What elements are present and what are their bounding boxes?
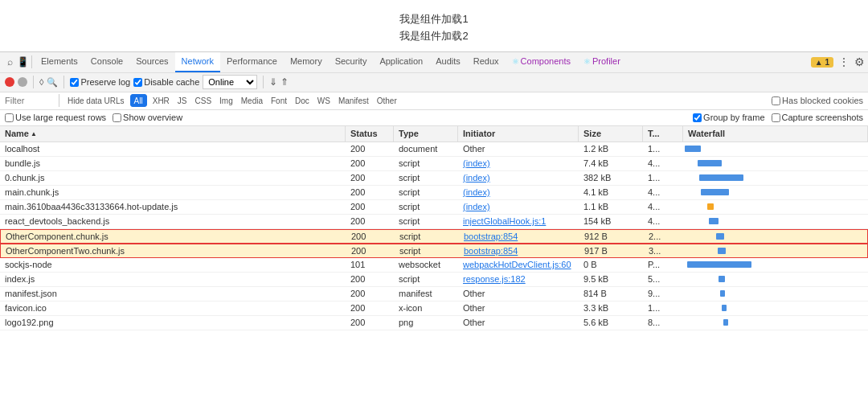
table-row[interactable]: react_devtools_backend.js200scriptinject… (0, 215, 868, 229)
cell-type: script (394, 172, 458, 183)
cell-size: 0 B (579, 259, 643, 270)
table-row[interactable]: OtherComponentTwo.chunk.js200scriptboots… (0, 244, 868, 258)
network-throttle-select[interactable]: Online Fast 3G Slow 3G Offline (203, 75, 257, 89)
cell-size: 7.4 kB (579, 158, 643, 169)
table-row[interactable]: index.js200scriptresponse.js:1829.5 kB5.… (0, 273, 868, 287)
cell-initiator[interactable]: (index) (458, 158, 579, 169)
cell-initiator: Other (458, 302, 579, 314)
tab-redux[interactable]: Redux (467, 51, 506, 72)
cell-initiator[interactable]: (index) (458, 201, 579, 212)
export-icon[interactable]: ⇑ (280, 76, 289, 88)
chip-js[interactable]: JS (175, 96, 190, 105)
warning-badge[interactable]: ▲ 1 (811, 57, 833, 68)
filter-icon[interactable]: ◊ (39, 77, 43, 87)
th-size[interactable]: Size (579, 126, 643, 142)
table-row[interactable]: favicon.ico200x-iconOther3.3 kB1... (0, 302, 868, 316)
show-overview-checkbox[interactable]: Show overview (113, 113, 182, 122)
chip-manifest[interactable]: Manifest (336, 96, 371, 105)
cell-initiator[interactable]: (index) (458, 172, 579, 183)
tab-security[interactable]: Security (329, 51, 374, 72)
blocked-cookies-checkbox[interactable]: Has blocked cookies (772, 96, 863, 105)
cell-initiator[interactable]: bootstrap:854 (459, 245, 579, 256)
waterfall-bar (707, 203, 714, 210)
import-icon[interactable]: ⇓ (269, 76, 277, 88)
large-rows-checkbox[interactable]: Use large request rows (5, 113, 106, 122)
cell-name: main.3610baa4436c33133664.hot-update.js (0, 201, 346, 212)
more-icon[interactable]: ⋮ (838, 55, 850, 68)
th-time[interactable]: T... (643, 126, 683, 142)
th-name[interactable]: Name ▲ (0, 126, 346, 142)
capture-screenshots-checkbox[interactable]: Capture screenshots (772, 113, 864, 122)
preserve-log-checkbox[interactable]: Preserve log (70, 77, 130, 87)
tab-profiler[interactable]: ⚛ Profiler (577, 51, 627, 72)
options-right: Group by frame Capture screenshots (693, 113, 863, 122)
table-rows: localhost200documentOther1.2 kB1...bundl… (0, 142, 868, 402)
tab-sources[interactable]: Sources (129, 51, 174, 72)
ctrl-sep3 (263, 76, 264, 88)
th-waterfall[interactable]: Waterfall (683, 126, 868, 142)
table-row[interactable]: main.3610baa4436c33133664.hot-update.js2… (0, 200, 868, 215)
options-bar: Use large request rows Show overview Gro… (0, 110, 868, 126)
table-row[interactable]: localhost200documentOther1.2 kB1... (0, 142, 868, 157)
th-initiator[interactable]: Initiator (458, 126, 579, 142)
tab-application[interactable]: Application (373, 51, 429, 72)
cell-time: P... (643, 259, 683, 270)
table-row[interactable]: bundle.js200script(index)7.4 kB4... (0, 157, 868, 171)
cell-size: 382 kB (579, 172, 643, 183)
chip-ws[interactable]: WS (315, 96, 333, 105)
tab-audits[interactable]: Audits (429, 51, 467, 72)
tab-console[interactable]: Console (84, 51, 129, 72)
cell-time: 8... (643, 317, 683, 328)
tab-components[interactable]: ⚛ Components (506, 51, 577, 72)
cell-name: favicon.ico (0, 302, 346, 314)
cell-size: 814 B (579, 288, 643, 299)
chip-css[interactable]: CSS (193, 96, 215, 105)
table-row[interactable]: logo192.png200pngOther5.6 kB8... (0, 316, 868, 330)
options-left: Use large request rows Show overview (5, 113, 182, 122)
table-row[interactable]: manifest.json200manifestOther814 B9... (0, 287, 868, 302)
cell-initiator[interactable]: injectGlobalHook.js:1 (458, 215, 579, 227)
table-row[interactable]: 0.chunk.js200script(index)382 kB1... (0, 171, 868, 186)
group-by-frame-checkbox[interactable]: Group by frame (693, 113, 764, 122)
cell-waterfall (683, 304, 868, 312)
chip-font[interactable]: Font (268, 96, 289, 105)
table-row[interactable]: sockjs-node101websocketwebpackHotDevClie… (0, 258, 868, 273)
search-icon[interactable]: 🔍 (47, 77, 58, 88)
th-status[interactable]: Status (346, 126, 394, 142)
tab-memory[interactable]: Memory (284, 51, 329, 72)
table-row[interactable]: main.chunk.js200script(index)4.1 kB4... (0, 186, 868, 200)
settings-icon[interactable]: ⚙ (854, 55, 865, 68)
tab-performance[interactable]: Performance (220, 51, 284, 72)
tab-elements[interactable]: Elements (35, 51, 84, 72)
filter-input[interactable] (5, 96, 53, 105)
stop-button[interactable] (18, 77, 27, 87)
inspect-icon[interactable]: ⌕ (3, 55, 16, 68)
cell-initiator[interactable]: response.js:182 (458, 273, 579, 285)
line1-text: 我是组件加载1 (0, 11, 868, 28)
cell-initiator: Other (458, 317, 579, 328)
cell-size: 9.5 kB (579, 273, 643, 285)
chip-doc[interactable]: Doc (293, 96, 312, 105)
device-icon[interactable]: 📱 (16, 55, 29, 68)
chip-media[interactable]: Media (239, 96, 265, 105)
cell-initiator[interactable]: webpackHotDevClient.js:60 (458, 259, 579, 270)
tab-separator-1 (31, 55, 32, 68)
record-button[interactable] (5, 77, 14, 87)
tab-network[interactable]: Network (175, 51, 220, 72)
table-row[interactable]: OtherComponent.chunk.js200scriptbootstra… (0, 229, 868, 244)
cell-status: 200 (346, 158, 394, 169)
chip-other[interactable]: Other (375, 96, 399, 105)
cell-waterfall (684, 247, 867, 255)
cell-initiator[interactable]: (index) (458, 187, 579, 198)
cell-time: 1... (643, 302, 683, 314)
cell-time: 1... (643, 143, 683, 154)
chip-img[interactable]: Img (217, 96, 235, 105)
chip-all[interactable]: All (130, 94, 147, 107)
disable-cache-checkbox[interactable]: Disable cache (133, 77, 199, 87)
cell-type: script (394, 215, 458, 227)
waterfall-bar (722, 305, 727, 311)
chip-xhr[interactable]: XHR (150, 96, 172, 105)
cell-initiator[interactable]: bootstrap:854 (459, 231, 579, 242)
th-type[interactable]: Type (394, 126, 458, 142)
cell-name: index.js (0, 273, 346, 285)
